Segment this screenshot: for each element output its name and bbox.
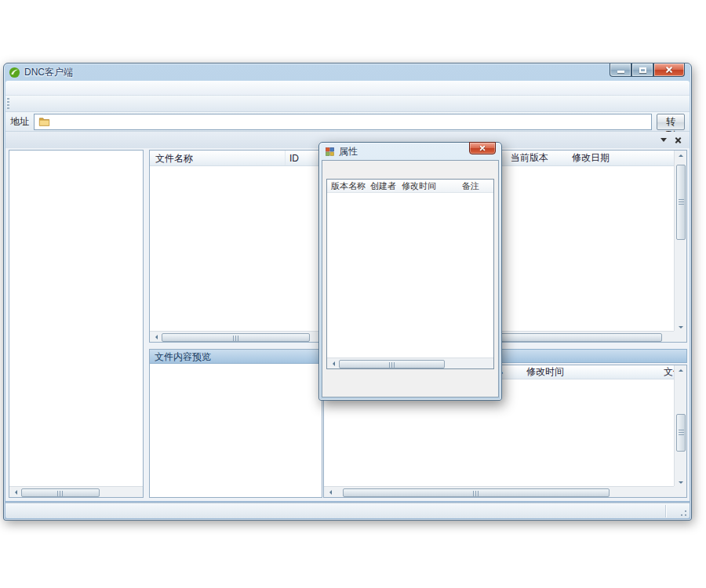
scroll-right-arrow[interactable]	[482, 358, 493, 368]
maximize-button[interactable]	[631, 64, 653, 77]
server-tree	[9, 151, 143, 485]
column-header-version-name[interactable]: 版本名称	[327, 180, 370, 192]
desktop: DNC客户端 地址 转到	[0, 0, 706, 588]
scroll-thumb[interactable]	[339, 360, 445, 368]
scroll-left-arrow[interactable]	[150, 332, 161, 342]
scroll-left-arrow[interactable]	[327, 358, 338, 368]
column-header-modified-time[interactable]: 修改时间	[526, 365, 664, 379]
tabstrip-close-icon[interactable]	[675, 136, 682, 143]
filelist-hscrollbar[interactable]	[150, 331, 322, 342]
file-pane: 文件名称 ID 文件内容预览	[149, 150, 322, 498]
minimize-icon	[617, 71, 624, 73]
address-field[interactable]	[34, 114, 652, 130]
dialog-body: 版本名称 创建者 修改时间 备注	[322, 160, 499, 397]
column-header-current-version[interactable]: 当前版本	[511, 151, 572, 165]
tab-dropdown-icon[interactable]	[661, 138, 667, 145]
column-header-id[interactable]: ID	[286, 151, 322, 166]
close-icon	[665, 66, 673, 74]
column-header-creator[interactable]: 创建者	[370, 180, 402, 192]
status-left-panel	[5, 505, 666, 517]
scroll-right-arrow[interactable]	[663, 332, 674, 342]
go-button[interactable]: 转到	[657, 114, 685, 130]
column-header-filename[interactable]: 文件名称	[150, 151, 286, 165]
close-button[interactable]	[653, 64, 685, 77]
breadcrumb	[53, 115, 650, 129]
dialog-hscrollbar[interactable]	[327, 358, 493, 368]
address-bar: 地址 转到	[5, 112, 690, 132]
column-header-modified-date[interactable]: 修改日期	[572, 151, 674, 165]
scroll-thumb[interactable]	[21, 488, 100, 497]
menu-bar	[5, 81, 690, 96]
version-table: 版本名称 创建者 修改时间 备注	[326, 179, 494, 369]
dialog-title-bar[interactable]: 属性	[319, 143, 501, 160]
preview-title: 文件内容预览	[150, 350, 322, 364]
scroll-thumb[interactable]	[676, 414, 686, 452]
scroll-thumb[interactable]	[676, 165, 686, 240]
scroll-left-arrow[interactable]	[9, 487, 20, 497]
column-header-remark[interactable]: 备注	[462, 180, 493, 192]
scroll-right-arrow[interactable]	[132, 487, 143, 497]
folder-icon	[38, 116, 50, 127]
title-bar[interactable]: DNC客户端	[4, 64, 691, 81]
server-tree-panel	[9, 150, 144, 498]
dialog-close-button[interactable]	[469, 142, 496, 154]
properties-dialog: 属性 版本名称 创建者 修改时间 备注	[318, 142, 502, 401]
resize-grip[interactable]	[679, 509, 688, 518]
column-header-modified-time[interactable]: 修改时间	[402, 180, 462, 192]
version-table-rows	[327, 193, 493, 358]
file-rows	[150, 166, 322, 331]
minimize-button[interactable]	[610, 64, 631, 77]
maximize-icon	[639, 67, 646, 73]
toolbar	[5, 96, 690, 112]
properties-icon	[325, 147, 335, 157]
preview-content	[150, 364, 322, 368]
scroll-left-arrow[interactable]	[324, 487, 335, 497]
scroll-thumb[interactable]	[162, 333, 310, 342]
scroll-up-arrow[interactable]	[675, 151, 686, 161]
dialog-title: 属性	[339, 145, 358, 158]
address-label: 地址	[10, 115, 29, 129]
version-table-header: 版本名称 创建者 修改时间 备注	[327, 180, 493, 193]
close-icon	[479, 145, 486, 152]
versionlist-vscrollbar[interactable]	[674, 151, 686, 332]
file-list-panel: 文件名称 ID	[149, 150, 322, 343]
attachlist-vscrollbar[interactable]	[674, 365, 686, 488]
status-bar	[5, 503, 690, 518]
scroll-right-arrow[interactable]	[663, 487, 674, 497]
toolbar-grip[interactable]	[7, 98, 9, 110]
file-list-header: 文件名称 ID	[150, 151, 322, 166]
file-preview-panel: 文件内容预览	[149, 349, 322, 498]
tree-hscrollbar[interactable]	[9, 486, 143, 497]
app-logo-icon	[9, 67, 20, 78]
dialog-tabs	[326, 163, 495, 179]
app-window: DNC客户端 地址 转到	[3, 63, 692, 521]
scroll-up-arrow[interactable]	[675, 365, 686, 376]
window-title: DNC客户端	[24, 66, 73, 79]
attachlist-hscrollbar[interactable]	[324, 486, 674, 497]
column-header-file[interactable]: 文件(&	[664, 365, 674, 379]
scroll-thumb[interactable]	[343, 488, 610, 497]
